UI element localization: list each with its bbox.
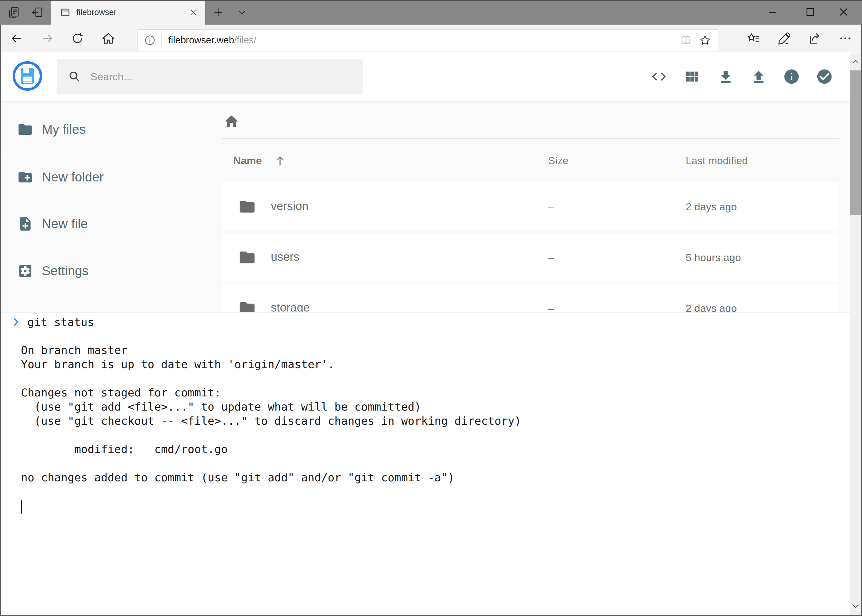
close-icon: [837, 5, 850, 19]
file-size: –: [548, 251, 554, 264]
upload-icon: [750, 68, 767, 85]
url-text: filebrowser.web/files/: [168, 35, 679, 46]
chevron-down-icon: [236, 7, 248, 18]
site-info-icon[interactable]: [143, 34, 156, 47]
tab-bar: filebrowser: [0, 0, 862, 25]
file-modified: 5 hours ago: [686, 251, 741, 264]
sidebar-divider: [0, 153, 199, 153]
breadcrumb-divider: [222, 138, 839, 139]
address-bar[interactable]: filebrowser.web/files/: [137, 29, 718, 51]
sidebar-item-new-file[interactable]: New file: [0, 211, 199, 237]
sidebar-item-my-files[interactable]: My files: [0, 116, 199, 143]
file-name: version: [271, 200, 309, 213]
home-icon: [101, 31, 115, 46]
raw-code-button[interactable]: [648, 66, 669, 87]
refresh-button[interactable]: [70, 31, 85, 46]
scroll-up-button[interactable]: [850, 53, 861, 71]
tab-close-button[interactable]: [189, 8, 198, 17]
grid-icon: [684, 69, 700, 85]
tab-preview-button[interactable]: [7, 5, 21, 19]
column-header-size[interactable]: Size: [548, 155, 569, 167]
page-content: My files New folder New file Settings: [0, 53, 862, 616]
minimize-button[interactable]: [763, 2, 782, 22]
sort-ascending-icon[interactable]: [273, 154, 287, 168]
listing-header: Name Size Last modified: [222, 154, 839, 170]
browser-tab[interactable]: filebrowser: [51, 0, 205, 25]
file-row-version[interactable]: version – 2 days ago: [222, 182, 839, 231]
select-mode-button[interactable]: [814, 66, 835, 87]
back-arrow-icon: [10, 32, 24, 45]
download-icon: [717, 68, 734, 85]
sidebar-item-label: New file: [42, 217, 88, 231]
maximize-button[interactable]: [801, 2, 820, 22]
file-row-users[interactable]: users – 5 hours ago: [222, 233, 839, 282]
new-folder-icon: [17, 169, 33, 185]
sidebar-item-label: New folder: [42, 170, 104, 184]
url-host: filebrowser.web: [168, 35, 234, 46]
more-options-button[interactable]: [837, 30, 854, 47]
home-filled-icon: [224, 113, 240, 129]
address-separator: [161, 34, 162, 46]
minimize-icon: [766, 5, 779, 19]
url-path: /files/: [234, 35, 256, 46]
forward-button[interactable]: [40, 31, 55, 46]
prompt-chevron-icon: [10, 316, 27, 328]
file-name: users: [271, 250, 299, 264]
info-button[interactable]: [781, 66, 802, 87]
set-tabs-aside-button[interactable]: [30, 5, 44, 19]
tab-preview-icon: [7, 6, 20, 19]
info-circle-icon: [783, 68, 800, 85]
file-size: –: [548, 201, 554, 213]
terminal-output: On branch master Your branch is up to da…: [21, 329, 521, 485]
sidebar-item-new-folder[interactable]: New folder: [0, 163, 199, 191]
settings-gear-icon: [17, 263, 33, 279]
column-header-modified[interactable]: Last modified: [686, 155, 748, 167]
column-header-name[interactable]: Name: [233, 155, 262, 167]
refresh-icon: [71, 32, 84, 45]
window-border-top: [0, 0, 862, 1]
plus-icon: [212, 6, 224, 19]
sidebar-item-label: Settings: [42, 264, 89, 278]
chevron-down-icon: [851, 602, 860, 610]
browser-toolbar: filebrowser.web/files/: [0, 25, 862, 52]
filebrowser-logo[interactable]: [13, 61, 42, 91]
search-icon: [68, 70, 81, 83]
floppy-disk-icon: [21, 68, 34, 84]
page-scrollbar[interactable]: [850, 53, 861, 615]
upload-button[interactable]: [748, 66, 769, 87]
back-button[interactable]: [9, 31, 24, 46]
favorites-hub-button[interactable]: [745, 30, 763, 47]
close-window-button[interactable]: [834, 2, 853, 22]
breadcrumb-home-button[interactable]: [224, 113, 240, 129]
tab-title: filebrowser: [76, 8, 189, 17]
reading-view-button[interactable]: [679, 34, 692, 47]
forward-arrow-icon: [41, 32, 54, 45]
search-input[interactable]: [90, 71, 337, 83]
home-button[interactable]: [101, 31, 116, 46]
pen-icon: [777, 31, 791, 46]
terminal-prompt-line: git status: [10, 315, 94, 329]
tab-list-button[interactable]: [235, 5, 249, 19]
scrollbar-thumb[interactable]: [850, 71, 861, 215]
share-icon: [807, 31, 822, 46]
scroll-down-button[interactable]: [850, 597, 861, 615]
folder-icon: [238, 248, 256, 266]
ellipsis-icon: [838, 31, 853, 46]
folder-icon: [238, 198, 256, 215]
search-box[interactable]: [57, 59, 363, 94]
share-button[interactable]: [806, 30, 824, 47]
terminal-panel[interactable]: git status On branch master Your branch …: [1, 312, 850, 616]
new-tab-button[interactable]: [211, 5, 225, 19]
terminal-command: git status: [27, 316, 94, 328]
folder-icon: [17, 121, 33, 137]
set-tabs-aside-icon: [31, 6, 44, 19]
sidebar-item-settings[interactable]: Settings: [0, 258, 199, 284]
web-note-button[interactable]: [775, 30, 793, 47]
download-button[interactable]: [715, 66, 736, 87]
code-icon: [651, 68, 667, 85]
grid-view-button[interactable]: [682, 66, 703, 87]
favorite-star-button[interactable]: [698, 34, 712, 47]
sidebar-item-label: My files: [42, 122, 85, 137]
browser-window: filebrowser: [0, 0, 862, 616]
window-border-left: [0, 25, 1, 616]
